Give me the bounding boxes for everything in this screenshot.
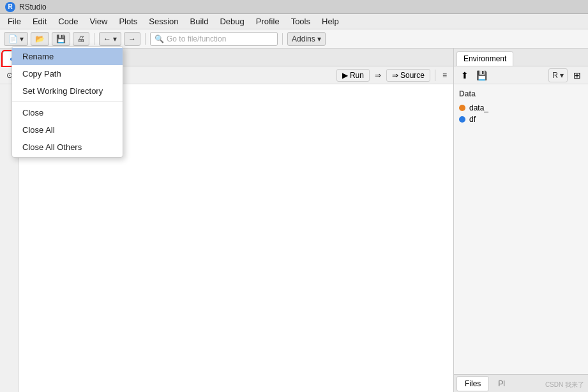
env-grid-icon: ⊞ — [573, 70, 581, 80]
forward-button[interactable]: → — [124, 32, 140, 46]
df-dot-icon — [459, 116, 465, 123]
ctx-set-working-dir[interactable]: Set Working Directory — [12, 82, 123, 100]
forward-icon: → — [128, 34, 136, 43]
app-title: RStudio — [19, 3, 47, 11]
save-button[interactable]: 💾 — [52, 32, 70, 46]
back-button[interactable]: ←▾ — [99, 32, 121, 46]
r-dropdown-arrow: ▾ — [560, 71, 564, 80]
ctx-rename[interactable]: Rename — [12, 48, 123, 65]
back-icon: ← — [103, 34, 111, 43]
context-menu: Rename Copy Path Set Working Directory C… — [11, 46, 123, 158]
save-all-button[interactable]: 🖨 — [73, 32, 89, 46]
menu-debug[interactable]: Debug — [215, 15, 249, 27]
environment-tab-label: Environment — [464, 54, 506, 63]
ctx-separator — [12, 102, 123, 102]
ctx-close[interactable]: Close — [12, 104, 123, 121]
editor-options-button[interactable]: ≡ — [440, 70, 449, 81]
source-label: Source — [400, 71, 425, 80]
save-all-icon: 🖨 — [77, 34, 85, 43]
ctx-copy-path[interactable]: Copy Path — [12, 65, 123, 82]
menu-build[interactable]: Build — [185, 15, 214, 27]
new-file-icon: 📄 — [8, 34, 18, 43]
import-icon: ⬆ — [461, 70, 469, 80]
save-env-icon: 💾 — [476, 70, 487, 80]
new-file-button[interactable]: 📄▾ — [4, 32, 28, 46]
environment-tab[interactable]: Environment — [456, 51, 513, 66]
right-panel-toolbar: ⬆ 💾 R ▾ ⊞ — [454, 66, 588, 84]
menu-view[interactable]: View — [84, 15, 112, 27]
menu-file[interactable]: File — [3, 15, 26, 27]
open-icon: 📂 — [35, 34, 45, 43]
env-options-button[interactable]: ⊞ — [570, 68, 584, 82]
ctx-close-all[interactable]: Close All — [12, 121, 123, 139]
app-icon: R — [5, 2, 15, 12]
env-item-data-name: data_ — [469, 103, 488, 112]
right-panel-tabs: Environment — [454, 49, 588, 66]
run-icon: ▶ — [342, 71, 348, 80]
menu-code[interactable]: Code — [53, 15, 83, 27]
ctx-close-all-others[interactable]: Close All Others — [12, 139, 123, 156]
goto-box[interactable]: 🔍 Go to file/function — [150, 32, 278, 46]
menu-help[interactable]: Help — [317, 15, 344, 27]
source-arrow-icon: ⇒ — [392, 71, 398, 80]
right-panel: Environment ⬆ 💾 R ▾ ⊞ Data — [454, 49, 588, 392]
run-button[interactable]: ▶ Run — [336, 69, 370, 82]
toolbar-separator-2 — [145, 33, 146, 45]
files-tab[interactable]: Files — [456, 376, 489, 391]
plots-tab[interactable]: Pl — [490, 377, 513, 391]
toolbar-separator — [94, 33, 94, 45]
open-file-button[interactable]: 📂 — [31, 32, 49, 46]
menu-session[interactable]: Session — [144, 15, 183, 27]
import-data-button[interactable]: ⬆ — [458, 68, 472, 82]
editor-sep-3 — [435, 70, 435, 81]
save-icon: 💾 — [56, 34, 66, 43]
menu-profile[interactable]: Profile — [251, 15, 285, 27]
toolbar-separator-3 — [282, 33, 283, 45]
goto-icon: 🔍 — [155, 34, 164, 43]
save-env-button[interactable]: 💾 — [474, 68, 488, 82]
r-label: R — [552, 71, 558, 80]
run-label: Run — [350, 71, 364, 80]
environment-content: Data data_ df — [454, 84, 588, 374]
goto-placeholder: Go to file/function — [167, 34, 226, 43]
addins-label: Addins — [292, 34, 315, 43]
env-item-df-name: df — [469, 115, 476, 124]
data-dot-icon — [459, 105, 465, 111]
menu-tools[interactable]: Tools — [286, 15, 315, 27]
env-item-data[interactable]: data_ — [459, 102, 583, 114]
data-section-label: Data — [459, 89, 583, 98]
bottom-tabs: Files Pl — [454, 374, 588, 392]
run-next-button[interactable]: ⇒ — [372, 70, 384, 81]
addins-button[interactable]: Addins ▾ — [287, 32, 326, 46]
menu-plots[interactable]: Plots — [114, 15, 142, 27]
r-version-dropdown[interactable]: R ▾ — [548, 68, 568, 82]
menubar: File Edit Code View Plots Session Build … — [0, 14, 588, 29]
titlebar: R RStudio — [0, 0, 588, 14]
source-button[interactable]: ⇒ Source — [386, 69, 430, 82]
menu-edit[interactable]: Edit — [27, 15, 52, 27]
env-item-df[interactable]: df — [459, 114, 583, 125]
